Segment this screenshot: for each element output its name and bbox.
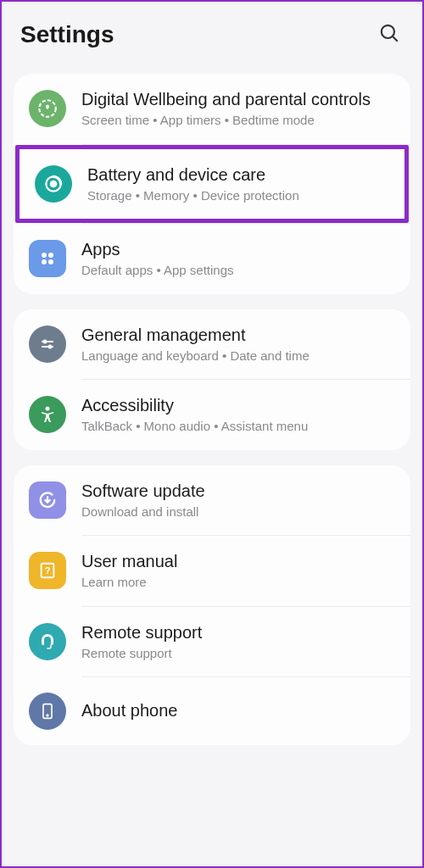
svg-point-6	[48, 253, 53, 258]
support-icon	[29, 623, 66, 660]
accessibility-icon	[29, 396, 66, 433]
header: Settings	[14, 19, 410, 74]
item-software-update[interactable]: Software update Download and install	[14, 465, 410, 536]
item-subtitle: Storage • Memory • Device protection	[87, 187, 389, 204]
item-subtitle: TalkBack • Mono audio • Assistant menu	[81, 418, 395, 435]
item-battery-device-care[interactable]: Battery and device care Storage • Memory…	[15, 145, 409, 224]
general-icon	[29, 326, 66, 363]
item-text: About phone	[81, 700, 395, 723]
item-text: Accessibility TalkBack • Mono audio • As…	[81, 395, 395, 435]
item-text: General management Language and keyboard…	[81, 325, 395, 364]
svg-point-8	[48, 259, 53, 264]
item-user-manual[interactable]: ? User manual Learn more	[14, 536, 410, 606]
item-title: Software update	[81, 481, 395, 502]
svg-text:?: ?	[45, 565, 51, 576]
item-title: General management	[81, 325, 395, 346]
item-title: About phone	[81, 700, 395, 721]
item-title: Apps	[81, 239, 395, 260]
item-accessibility[interactable]: Accessibility TalkBack • Mono audio • As…	[14, 380, 410, 450]
svg-point-0	[382, 25, 394, 38]
item-subtitle: Download and install	[81, 504, 395, 520]
item-remote-support[interactable]: Remote support Remote support	[14, 607, 410, 677]
svg-point-5	[42, 253, 47, 258]
search-icon	[378, 22, 400, 44]
svg-point-17	[47, 715, 48, 716]
item-text: Remote support Remote support	[81, 622, 395, 662]
update-icon	[29, 481, 66, 519]
search-button[interactable]	[375, 19, 404, 50]
about-icon	[29, 693, 66, 730]
svg-point-10	[43, 339, 47, 343]
device-care-icon	[35, 165, 72, 203]
item-text: Software update Download and install	[81, 481, 395, 520]
wellbeing-icon	[29, 90, 66, 127]
item-subtitle: Default apps • App settings	[81, 262, 395, 279]
page-title: Settings	[20, 21, 114, 48]
item-text: Digital Wellbeing and parental controls …	[81, 89, 395, 129]
manual-icon: ?	[29, 552, 66, 589]
item-about-phone[interactable]: About phone	[14, 677, 410, 745]
item-title: User manual	[81, 551, 395, 572]
item-title: Accessibility	[81, 395, 395, 416]
item-subtitle: Learn more	[81, 574, 395, 591]
item-title: Battery and device care	[87, 164, 389, 186]
item-subtitle: Remote support	[81, 645, 395, 662]
item-title: Digital Wellbeing and parental controls	[81, 89, 395, 110]
svg-point-12	[48, 344, 53, 348]
item-text: Battery and device care Storage • Memory…	[87, 164, 389, 204]
settings-group: General management Language and keyboard…	[14, 309, 410, 450]
item-subtitle: Language and keyboard • Date and time	[81, 348, 395, 364]
item-title: Remote support	[81, 622, 395, 643]
svg-line-1	[393, 36, 397, 41]
item-apps[interactable]: Apps Default apps • App settings	[14, 224, 410, 294]
item-text: User manual Learn more	[81, 551, 395, 591]
svg-point-13	[46, 407, 50, 411]
settings-group: Digital Wellbeing and parental controls …	[14, 74, 410, 294]
item-digital-wellbeing[interactable]: Digital Wellbeing and parental controls …	[14, 74, 410, 144]
svg-point-7	[42, 259, 47, 264]
item-text: Apps Default apps • App settings	[81, 239, 395, 279]
svg-point-4	[51, 181, 57, 187]
settings-group: Software update Download and install ? U…	[14, 465, 410, 746]
apps-icon	[29, 240, 66, 277]
item-general-management[interactable]: General management Language and keyboard…	[14, 309, 410, 380]
item-subtitle: Screen time • App timers • Bedtime mode	[81, 112, 395, 129]
